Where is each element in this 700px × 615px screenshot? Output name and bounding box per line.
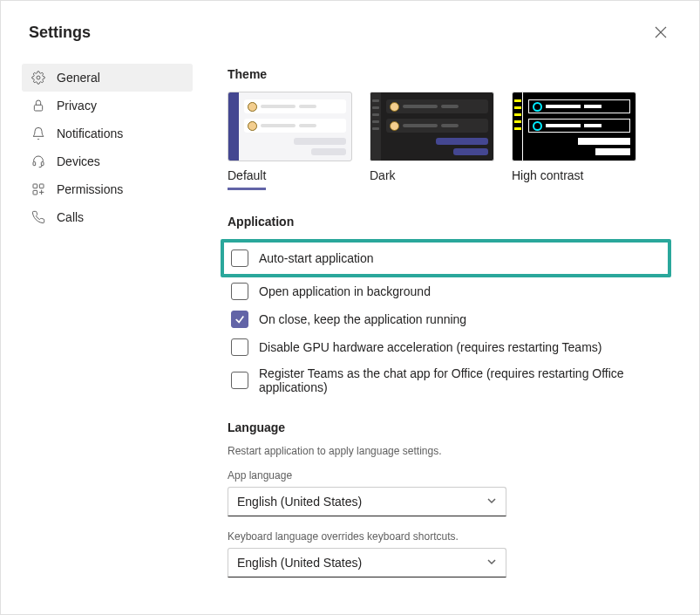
app-language-label: App language (228, 469, 664, 482)
sidebar-item-general[interactable]: General (22, 64, 193, 92)
theme-dark[interactable]: Dark (370, 92, 494, 190)
main-panel: Theme Default (193, 57, 678, 614)
svg-rect-7 (39, 184, 44, 188)
option-open-background[interactable]: Open application in background (228, 277, 664, 305)
sidebar-item-devices[interactable]: Devices (22, 147, 193, 175)
option-label: Open application in background (259, 284, 431, 298)
option-auto-start[interactable]: Auto-start application (221, 239, 671, 277)
sidebar: General Privacy Notifications Devices (22, 57, 193, 614)
svg-point-2 (37, 76, 40, 79)
option-register-chat-app[interactable]: Register Teams as the chat app for Offic… (228, 361, 664, 400)
sidebar-item-label: General (57, 71, 100, 85)
checkbox-register-chat-app[interactable] (231, 372, 248, 389)
header: Settings (1, 1, 699, 57)
theme-high-contrast[interactable]: High contrast (512, 92, 636, 190)
chevron-down-icon (486, 495, 497, 509)
option-label: Disable GPU hardware acceleration (requi… (259, 340, 601, 354)
close-icon (655, 26, 667, 38)
theme-options: Default Dark (228, 92, 664, 190)
sidebar-item-notifications[interactable]: Notifications (22, 120, 193, 147)
theme-preview-high-contrast (512, 92, 636, 161)
application-heading: Application (228, 215, 664, 229)
option-disable-gpu[interactable]: Disable GPU hardware acceleration (requi… (228, 333, 664, 361)
theme-preview-dark (370, 92, 494, 161)
checkbox-keep-running[interactable] (231, 311, 248, 328)
svg-rect-8 (33, 190, 37, 195)
gear-icon (31, 70, 46, 85)
svg-rect-4 (33, 162, 36, 166)
svg-rect-5 (41, 162, 44, 166)
sidebar-item-permissions[interactable]: Permissions (22, 175, 193, 203)
app-language-select[interactable]: English (United States) (228, 487, 506, 516)
theme-label: High contrast (512, 168, 583, 190)
theme-preview-default (228, 92, 352, 161)
sidebar-item-privacy[interactable]: Privacy (22, 92, 193, 120)
language-heading: Language (228, 420, 664, 434)
phone-icon (31, 209, 46, 225)
page-title: Settings (29, 24, 91, 42)
sidebar-item-label: Privacy (57, 99, 97, 113)
theme-heading: Theme (228, 67, 664, 81)
checkbox-open-background[interactable] (231, 283, 248, 300)
theme-label: Default (228, 168, 266, 190)
svg-rect-3 (34, 105, 42, 111)
sidebar-item-label: Calls (57, 210, 84, 224)
app-language-value: English (United States) (237, 495, 362, 509)
chevron-down-icon (486, 556, 497, 570)
bell-icon (31, 126, 46, 141)
checkbox-disable-gpu[interactable] (231, 338, 248, 356)
close-button[interactable] (650, 22, 671, 43)
checkbox-auto-start[interactable] (231, 249, 248, 267)
keyboard-language-select[interactable]: English (United States) (228, 548, 506, 577)
lock-icon (31, 98, 46, 113)
keyboard-language-label: Keyboard language overrides keyboard sho… (228, 530, 664, 543)
sidebar-item-label: Notifications (57, 126, 123, 140)
sidebar-item-calls[interactable]: Calls (22, 203, 193, 231)
apps-icon (31, 181, 46, 197)
option-label: On close, keep the application running (259, 312, 466, 326)
option-label: Auto-start application (259, 251, 374, 265)
option-label: Register Teams as the chat app for Offic… (259, 366, 625, 394)
svg-rect-6 (33, 184, 37, 188)
theme-default[interactable]: Default (228, 92, 352, 190)
sidebar-item-label: Devices (57, 154, 100, 168)
keyboard-language-value: English (United States) (237, 556, 362, 570)
option-keep-running[interactable]: On close, keep the application running (228, 305, 664, 333)
headset-icon (31, 154, 46, 169)
language-hint: Restart application to apply language se… (228, 445, 664, 457)
sidebar-item-label: Permissions (57, 182, 123, 196)
theme-label: Dark (370, 168, 396, 190)
